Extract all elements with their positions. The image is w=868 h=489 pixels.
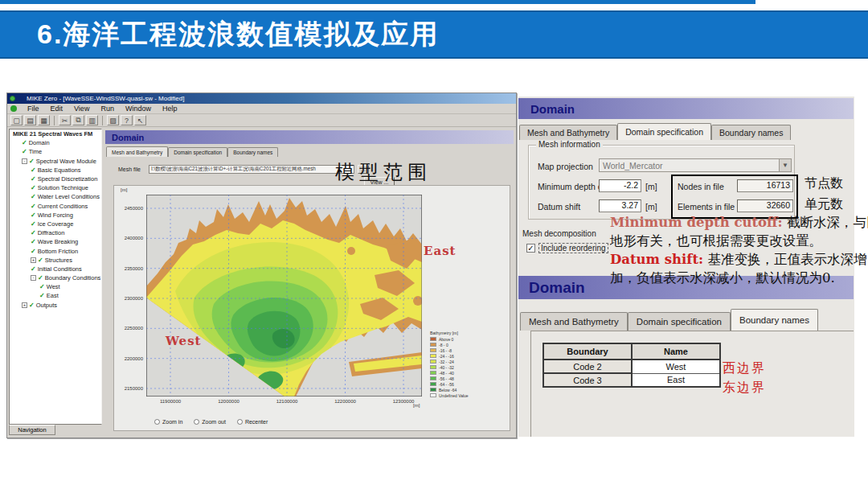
radio-zoom-in[interactable]: Zoom in [154,419,182,425]
tree-item-west[interactable]: ✓West [10,282,101,291]
check-icon: ✓ [38,274,43,281]
map-projection-dropdown[interactable]: World_Mercator ▼ [599,158,792,172]
about-icon[interactable]: ? [121,115,133,125]
paste-icon[interactable]: ▥ [86,115,98,125]
mesh-decomposition-label: Mesh decomposition [522,229,596,238]
tree-item-mike-21-spectral-waves-fm[interactable]: MIKE 21 Spectral Waves FM [10,129,101,138]
domain-panel-header: Domain [105,130,514,144]
navigation-tab[interactable]: Navigation [9,425,55,435]
menu-file[interactable]: File [22,105,45,113]
menu-items: FileEditViewRunWindowHelp [22,105,182,113]
tree-item-diffraction[interactable]: ✓Diffraction [10,228,101,237]
menu-window[interactable]: Window [120,105,157,113]
tree-item-current-conditions[interactable]: ✓Current Conditions [10,202,101,211]
nodes-count-annotation: 节点数 [805,175,843,192]
table-cell[interactable]: West [632,360,720,373]
check-icon: ✓ [29,302,35,309]
tree-item-basic-equations[interactable]: ✓Basic Equations [10,166,101,175]
boundary-names-table: BoundaryName Code 2WestCode 3East [542,343,721,388]
note-line: Minimum depth cutoff: 截断水深，与网格 [610,214,854,232]
collapse-icon[interactable]: - [22,158,27,164]
tree-item-label: Spectral Wave Module [36,158,96,165]
tree-item-structures[interactable]: +✓Structures [10,256,101,265]
bathymetry-legend: Bathymetry [m] Above 0-8 - 0-16 - -8-24 … [430,331,483,398]
tab-domain-specification[interactable]: Domain specification [168,147,227,157]
open-icon[interactable]: ▤ [24,115,36,125]
tab-boundary-names[interactable]: Boundary names [711,125,791,140]
tree-item-initial-conditions[interactable]: ✓Initial Conditions [10,265,101,273]
y-tick-label: 2300000 [116,296,143,301]
legend-entry: -24 - -16 [430,353,483,359]
tree-item-spectral-discretization[interactable]: ✓Spectral Discretization [10,175,101,183]
tree-item-solution-technique[interactable]: ✓Solution Technique [10,183,101,192]
tree-item-label: Outputs [36,302,57,309]
legend-entry: -56 - -48 [430,376,483,381]
radio-recenter[interactable]: Recenter [237,419,268,425]
legend-entry-label: -8 - 0 [439,343,448,347]
check-icon: ✓ [31,212,36,219]
expand-icon[interactable]: + [22,302,27,308]
tab-mesh-and-bathymetry[interactable]: Mesh and Bathymetry [519,125,617,140]
menu-run[interactable]: Run [95,105,120,113]
radio-icon [154,419,160,425]
cut-icon[interactable]: ✂ [59,115,71,125]
save-icon[interactable]: ▦ [38,115,50,125]
context-help-icon[interactable]: ↖ [134,115,146,125]
bathymetry-plot-area: [m] [113,185,510,431]
tab-boundary-names[interactable]: Boundary names [731,309,818,331]
legend-color-chip [430,393,436,397]
tree-item-wave-breaking[interactable]: ✓Wave Breaking [10,237,101,246]
table-cell[interactable]: Code 3 [543,373,632,387]
window-titlebar[interactable]: MIKE Zero - [WaveSSE-WindSSW-quasi-sw - … [7,93,516,104]
tab-mesh-and-bathymetry[interactable]: Mesh and Bathymetry [106,146,168,157]
check-icon: ✓ [31,265,36,273]
radio-zoom-out[interactable]: Zoom out [194,419,226,425]
x-tick-label: 12100000 [267,399,307,404]
tab-domain-specification[interactable]: Domain specification [628,312,731,331]
tree-item-ice-coverage[interactable]: ✓Ice Coverage [10,220,101,228]
note-line: Datum shift: 基准变换，正值表示水深增 [610,251,854,269]
menu-help[interactable]: Help [157,105,183,113]
tree-item-boundary-conditions[interactable]: -✓Boundary Conditions [10,273,101,282]
tab-domain-specification[interactable]: Domain specification [617,123,711,140]
print-icon[interactable]: ▨ [107,115,119,125]
copy-icon[interactable]: ⧉ [72,115,84,125]
table-cell[interactable]: Code 2 [543,360,632,373]
tree-item-water-level-conditions[interactable]: ✓Water Level Conditions [10,192,101,201]
top-accent-strip [0,0,755,4]
tree-item-domain[interactable]: ✓Domain [10,138,101,147]
document-area: Domain Mesh and BathymetryDomain specifi… [104,129,516,438]
table-cell[interactable]: East [632,373,720,387]
west-boundary-cn-annotation: 西边界 [723,360,766,377]
new-icon[interactable]: ▢ [10,115,23,125]
tree-item-outputs[interactable]: +✓Outputs [10,301,101,310]
min-depth-unit: [m] [645,182,657,191]
bathymetry-map[interactable] [146,195,422,397]
menu-edit[interactable]: Edit [45,105,69,113]
check-icon: ✓ [22,139,27,146]
mesh-file-input[interactable]: I:\数模\波浪\海南C21波浪计算\D+-计算工况\海南C201工程附近网格.… [149,165,354,174]
tree-item-bottom-friction[interactable]: ✓Bottom Friction [10,246,101,255]
tree-item-label: MIKE 21 Spectral Waves FM [13,130,92,138]
legend-rows: Above 0-8 - 0-16 - -8-24 - -16-32 - -24-… [430,336,483,398]
include-reordering-checkbox[interactable]: ✓ Include reordering [526,243,608,253]
legend-color-chip [430,360,436,364]
menu-view[interactable]: View [68,105,95,113]
note-line: 加，负值表示水深减小，默认情况为0. [610,269,854,288]
x-tick-label: 12300000 [383,399,424,404]
check-icon: ✓ [31,203,36,210]
legend-entry-label: Below -64 [439,388,457,392]
tree-item-label: Wind Forcing [38,212,73,219]
include-reordering-label: Include reordering [538,243,608,253]
tree-item-wind-forcing[interactable]: ✓Wind Forcing [10,211,101,220]
tree-item-spectral-wave-module[interactable]: -✓Spectral Wave Module [10,157,101,166]
tree-item-time[interactable]: ✓Time [10,147,101,156]
collapse-icon[interactable]: - [31,275,36,281]
legend-color-chip [430,365,436,369]
tab-boundary-names[interactable]: Boundary names [227,147,278,157]
datum-shift-input[interactable]: 3.27 [599,199,641,212]
expand-icon[interactable]: + [31,257,36,263]
tree-item-east[interactable]: ✓East [10,291,101,300]
min-depth-input[interactable]: -2.2 [599,179,641,192]
tab-mesh-and-bathymetry[interactable]: Mesh and Bathymetry [520,312,628,331]
